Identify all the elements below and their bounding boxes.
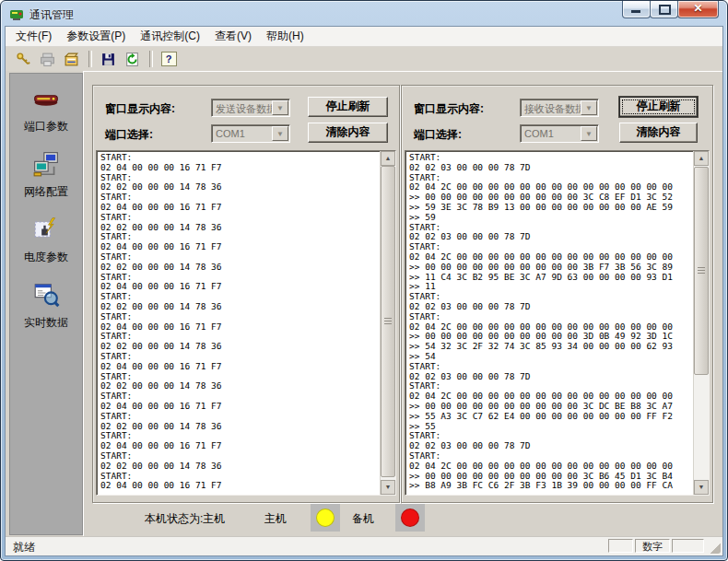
menu-comm-control[interactable]: 通讯控制(C) — [133, 26, 207, 48]
send-display-content-select[interactable]: 发送设备数据 — [211, 99, 290, 117]
send-panel: 窗口显示内容: 发送设备数据 停止刷新 端口选择: COM1 清 — [92, 85, 400, 503]
key-icon[interactable] — [12, 49, 34, 69]
recv-clear-content-button[interactable]: 清除内容 — [619, 123, 698, 143]
recv-display-content-value: 接收设备数据 — [524, 102, 581, 116]
machine-state-strip: 本机状态为:主机 主机 备机 — [84, 503, 722, 534]
recv-log-view[interactable]: START: 02 02 03 00 00 00 78 7D START: 02… — [405, 150, 710, 496]
status-cell-empty — [608, 539, 633, 553]
menu-bar: 文件(F) 参数设置(P) 通讯控制(C) 查看(V) 帮助(H) — [6, 27, 722, 47]
recv-port-select[interactable]: COM1 — [520, 124, 599, 143]
send-clear-content-button[interactable]: 清除内容 — [308, 123, 388, 143]
recv-port-select-label: 端口选择: — [414, 127, 462, 143]
content-area: 端口参数 网络配置 电度参数 — [6, 71, 722, 537]
sidebar: 端口参数 网络配置 电度参数 — [9, 73, 83, 535]
sidebar-item-energy-params[interactable]: 电度参数 — [10, 216, 82, 265]
master-lamp-icon — [316, 508, 335, 527]
realtime-data-icon — [32, 281, 60, 309]
scroll-down-icon[interactable] — [381, 480, 395, 495]
recv-scroll-thumb[interactable] — [694, 167, 709, 375]
recv-port-value: COM1 — [524, 128, 581, 139]
print-icon[interactable] — [36, 49, 58, 69]
sidebar-item-network-config[interactable]: 网络配置 — [10, 150, 82, 200]
maximize-button[interactable] — [650, 1, 678, 18]
master-indicator — [311, 504, 340, 532]
main-panel: 窗口显示内容: 发送设备数据 停止刷新 端口选择: COM1 清 — [83, 71, 722, 537]
send-port-select-label: 端口选择: — [105, 127, 153, 143]
send-port-select[interactable]: COM1 — [211, 124, 290, 143]
app-window: 通讯管理 文件(F) 参数设置(P) 通讯控制(C) 查看(V) 帮助(H) — [0, 0, 728, 561]
send-port-value: COM1 — [216, 128, 273, 139]
app-icon — [9, 6, 24, 21]
close-button[interactable] — [677, 1, 719, 18]
sidebar-item-label: 电度参数 — [10, 250, 82, 265]
send-log-text[interactable]: START: 02 04 00 00 00 16 71 F7 START: 02… — [100, 153, 378, 494]
send-stop-refresh-button[interactable]: 停止刷新 — [308, 97, 388, 117]
recv-stop-refresh-button[interactable]: 停止刷新 — [619, 97, 698, 117]
scroll-down-icon[interactable] — [694, 480, 709, 495]
minimize-icon — [631, 10, 640, 13]
resize-grip[interactable] — [709, 542, 721, 554]
recv-display-content-select[interactable]: 接收设备数据 — [520, 99, 599, 117]
send-log-scrollbar[interactable] — [380, 151, 395, 495]
master-label: 主机 — [264, 511, 287, 527]
send-display-content-label: 窗口显示内容: — [105, 101, 175, 117]
scroll-grip-icon — [384, 318, 392, 324]
status-ready-text: 就绪 — [13, 540, 35, 555]
machine-state-text: 本机状态为:主机 — [145, 511, 225, 527]
close-icon — [678, 1, 718, 18]
recv-log-text[interactable]: START: 02 02 03 00 00 00 78 7D START: 02… — [409, 153, 691, 494]
minimize-button[interactable] — [622, 1, 651, 18]
maximize-icon — [659, 5, 671, 15]
backup-label: 备机 — [352, 511, 374, 527]
help-icon[interactable]: ? — [158, 49, 180, 69]
backup-indicator — [395, 504, 425, 532]
toolbar-separator — [149, 51, 153, 67]
title-bar[interactable]: 通讯管理 — [1, 1, 727, 26]
params-file-icon[interactable] — [60, 49, 82, 69]
window-title: 通讯管理 — [29, 7, 74, 23]
sidebar-item-label: 端口参数 — [10, 119, 82, 134]
toolbar-separator — [88, 51, 92, 67]
help-glyph: ? — [166, 54, 172, 64]
chevron-down-icon[interactable] — [581, 100, 597, 115]
sidebar-item-port-params[interactable]: 端口参数 — [10, 85, 82, 134]
send-display-content-value: 发送设备数据 — [216, 102, 273, 116]
refresh-icon[interactable] — [121, 49, 143, 69]
scroll-up-icon[interactable] — [694, 151, 709, 166]
chevron-down-icon[interactable] — [581, 126, 597, 141]
status-cell-empty — [672, 539, 704, 553]
scroll-grip-icon — [698, 267, 705, 274]
port-device-icon — [32, 85, 60, 112]
menu-param-settings[interactable]: 参数设置(P) — [59, 26, 133, 48]
sidebar-item-label: 网络配置 — [10, 184, 82, 200]
energy-params-icon — [32, 216, 60, 243]
save-icon[interactable] — [97, 49, 119, 69]
network-icon — [32, 150, 60, 178]
chevron-down-icon[interactable] — [272, 100, 288, 115]
backup-lamp-icon — [401, 508, 419, 527]
chevron-down-icon[interactable] — [272, 126, 288, 141]
toolbar: ? — [6, 47, 722, 72]
menu-view[interactable]: 查看(V) — [207, 26, 259, 48]
scroll-up-icon[interactable] — [381, 151, 395, 166]
client-area: 文件(F) 参数设置(P) 通讯控制(C) 查看(V) 帮助(H) — [5, 26, 723, 556]
status-bar: 就绪 数字 — [6, 536, 722, 555]
send-log-view[interactable]: START: 02 04 00 00 00 16 71 F7 START: 02… — [96, 150, 396, 496]
menu-help[interactable]: 帮助(H) — [259, 26, 311, 48]
sidebar-item-realtime-data[interactable]: 实时数据 — [10, 281, 82, 331]
status-num-indicator: 数字 — [635, 539, 670, 553]
send-scroll-thumb[interactable] — [381, 166, 395, 477]
menu-file[interactable]: 文件(F) — [8, 26, 59, 48]
receive-panel: 窗口显示内容: 接收设备数据 停止刷新 端口选择: COM1 清 — [401, 85, 713, 503]
recv-log-scrollbar[interactable] — [693, 151, 709, 495]
recv-display-content-label: 窗口显示内容: — [414, 101, 484, 117]
sidebar-item-label: 实时数据 — [10, 315, 82, 331]
